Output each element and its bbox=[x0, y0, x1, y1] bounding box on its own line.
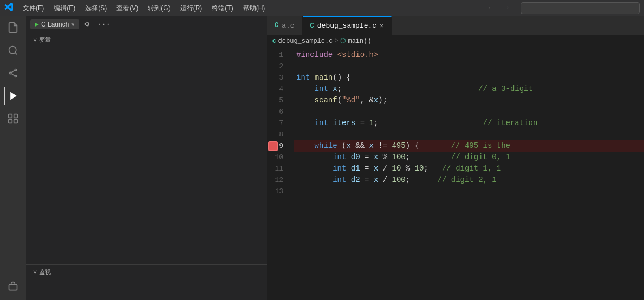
breakpoint-indicator bbox=[268, 141, 278, 151]
line-number-3: 3 bbox=[267, 72, 289, 83]
line-number-7: 7 bbox=[267, 118, 289, 129]
watch-section-label: ∨ 监视 bbox=[26, 264, 267, 278]
code-line-6 bbox=[294, 106, 644, 118]
menu-bar: 文件(F) 编辑(E) 选择(S) 查看(V) 转到(G) 运行(R) 终端(T… bbox=[18, 3, 269, 14]
line-number-9: 9 bbox=[267, 140, 289, 152]
line-number-10: 10 bbox=[267, 152, 289, 163]
line-number-6: 6 bbox=[267, 106, 289, 118]
svg-rect-12 bbox=[9, 285, 17, 290]
sidebar: ▶ C Launch ∨ ⚙ ··· ∨ 变量 ∨ 监视 bbox=[26, 16, 267, 300]
svg-point-4 bbox=[15, 75, 16, 77]
line-number-13: 13 bbox=[267, 186, 289, 197]
menu-terminal[interactable]: 终端(T) bbox=[207, 3, 237, 14]
svg-line-1 bbox=[15, 53, 17, 55]
code-line-13 bbox=[294, 186, 644, 197]
titlebar: 文件(F) 编辑(E) 选择(S) 查看(V) 转到(G) 运行(R) 终端(T… bbox=[0, 0, 644, 16]
breadcrumb-separator-1: > bbox=[335, 38, 338, 44]
line-number-8: 8 bbox=[267, 129, 289, 140]
dropdown-arrow-icon: ∨ bbox=[71, 21, 75, 27]
line-number-4: 4 bbox=[267, 83, 289, 95]
svg-rect-11 bbox=[14, 120, 18, 123]
breadcrumb-file: debug_sample.c bbox=[278, 37, 333, 45]
editor-area: C a.c C debug_sample.c ✕ C debug_sample.… bbox=[267, 16, 644, 300]
tabs-bar: C a.c C debug_sample.c ✕ bbox=[267, 16, 644, 35]
activity-remote-icon[interactable] bbox=[4, 277, 22, 296]
titlebar-nav: ← → bbox=[485, 2, 640, 14]
more-options-icon[interactable]: ··· bbox=[95, 19, 113, 30]
debug-toolbar: ▶ C Launch ∨ ⚙ ··· bbox=[26, 16, 267, 32]
breadcrumb-c-icon: C bbox=[272, 38, 276, 44]
svg-line-6 bbox=[11, 74, 15, 76]
activity-extensions-icon[interactable] bbox=[4, 109, 22, 128]
run-icon: ▶ bbox=[35, 21, 39, 27]
line-number-2: 2 bbox=[267, 61, 289, 72]
menu-help[interactable]: 帮助(H) bbox=[239, 3, 270, 14]
code-line-7: int iters = 1; // iteration bbox=[294, 118, 644, 129]
nav-forward-button[interactable]: → bbox=[501, 2, 512, 14]
menu-select[interactable]: 选择(S) bbox=[81, 3, 111, 14]
launch-config-label: C Launch bbox=[41, 21, 69, 28]
run-debug-button[interactable]: ▶ C Launch ∨ bbox=[30, 19, 79, 29]
code-line-1: #include <stdio.h> bbox=[294, 49, 644, 61]
code-line-11: int d1 = x / 10 % 10; // digit 1, 1 bbox=[294, 163, 644, 174]
breadcrumb-symbol-icon: ⬡ bbox=[340, 37, 346, 45]
code-editor[interactable]: 1 2 3 4 5 6 7 8 9 10 11 12 13 #include <… bbox=[267, 47, 644, 300]
menu-goto[interactable]: 转到(G) bbox=[144, 3, 174, 14]
activity-explorer-icon[interactable] bbox=[4, 18, 22, 37]
menu-file[interactable]: 文件(F) bbox=[18, 3, 48, 14]
line-number-12: 12 bbox=[267, 174, 289, 186]
settings-gear-icon[interactable]: ⚙ bbox=[82, 18, 91, 30]
code-line-9: while (x && x != 495) { // 495 is the bbox=[294, 140, 644, 152]
c-file-icon: C bbox=[275, 22, 278, 29]
tab-a-c[interactable]: C a.c bbox=[267, 16, 303, 35]
code-line-8 bbox=[294, 129, 644, 140]
code-line-12: int d2 = x / 100; // digit 2, 1 bbox=[294, 174, 644, 186]
tab-debug-sample-c[interactable]: C debug_sample.c ✕ bbox=[303, 16, 392, 35]
activity-search-icon[interactable] bbox=[4, 41, 22, 60]
code-line-4: int x; // a 3-digit bbox=[294, 83, 644, 95]
svg-point-2 bbox=[15, 69, 16, 71]
svg-rect-8 bbox=[9, 114, 12, 118]
code-content[interactable]: #include <stdio.h> int main() { int x; /… bbox=[294, 47, 644, 300]
line-number-5: 5 bbox=[267, 95, 289, 106]
activity-bar bbox=[0, 16, 26, 300]
svg-point-3 bbox=[9, 72, 11, 74]
svg-point-0 bbox=[9, 47, 16, 54]
nav-back-button[interactable]: ← bbox=[485, 2, 496, 14]
svg-line-5 bbox=[11, 70, 15, 73]
main-layout: ▶ C Launch ∨ ⚙ ··· ∨ 变量 ∨ 监视 C a.c C deb… bbox=[0, 16, 644, 300]
code-line-10: int d0 = x % 100; // digit 0, 1 bbox=[294, 152, 644, 163]
menu-view[interactable]: 查看(V) bbox=[112, 3, 142, 14]
tab-a-c-label: a.c bbox=[282, 22, 294, 30]
vscode-logo-icon bbox=[4, 3, 13, 14]
svg-marker-7 bbox=[10, 92, 17, 100]
menu-run[interactable]: 运行(R) bbox=[176, 3, 207, 14]
line-number-1: 1 bbox=[267, 49, 289, 61]
breadcrumb: C debug_sample.c > ⬡ main() bbox=[267, 35, 644, 47]
line-numbers-gutter: 1 2 3 4 5 6 7 8 9 10 11 12 13 bbox=[267, 47, 294, 300]
c-file-icon-2: C bbox=[310, 22, 314, 30]
line-number-11: 11 bbox=[267, 163, 289, 174]
command-search-input[interactable] bbox=[521, 2, 640, 14]
activity-debug-icon[interactable] bbox=[4, 87, 22, 105]
activity-git-icon[interactable] bbox=[4, 64, 22, 82]
code-line-3: int main() { bbox=[294, 72, 644, 83]
tab-debug-sample-c-label: debug_sample.c bbox=[317, 22, 376, 30]
svg-rect-9 bbox=[14, 114, 18, 118]
variables-section-label: ∨ 变量 bbox=[26, 32, 267, 46]
svg-rect-10 bbox=[9, 120, 12, 123]
tab-close-icon[interactable]: ✕ bbox=[380, 22, 383, 30]
menu-edit[interactable]: 编辑(E) bbox=[49, 3, 80, 14]
breadcrumb-symbol: main() bbox=[348, 37, 371, 45]
code-line-2 bbox=[294, 61, 644, 72]
code-line-5: scanf("%d", &x); bbox=[294, 95, 644, 106]
